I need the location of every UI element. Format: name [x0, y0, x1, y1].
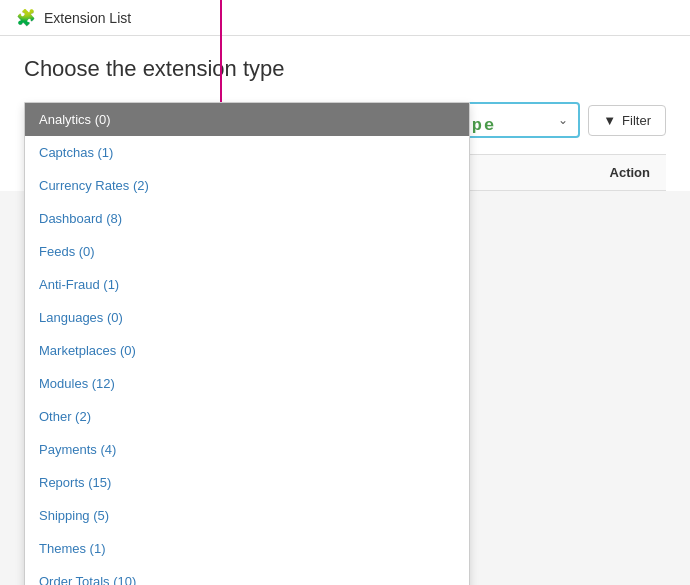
top-bar: 🧩 Extension List [0, 0, 690, 36]
dropdown-menu: Analytics (0)Captchas (1)Currency Rates … [24, 102, 470, 585]
dropdown-item[interactable]: Themes (1) [25, 532, 469, 565]
filter-button[interactable]: ▼ Filter [588, 105, 666, 136]
dropdown-item[interactable]: Order Totals (10) [25, 565, 469, 585]
dropdown-item[interactable]: Captchas (1) [25, 136, 469, 169]
dropdown-item[interactable]: Languages (0) [25, 301, 469, 334]
dropdown-item[interactable]: Analytics (0) [25, 103, 469, 136]
dropdown-item[interactable]: Payments (4) [25, 433, 469, 466]
select-wrapper: Analytics (0)Captchas (1)Currency Rates … [24, 102, 580, 138]
filter-button-label: Filter [622, 113, 651, 128]
dropdown-item[interactable]: Anti-Fraud (1) [25, 268, 469, 301]
main-content: Choose the extension type Analytics (0)C… [0, 36, 690, 191]
col-header-action: Action [556, 155, 666, 190]
dropdown-item[interactable]: Feeds (0) [25, 235, 469, 268]
dropdown-item[interactable]: Marketplaces (0) [25, 334, 469, 367]
page-title: Choose the extension type [24, 56, 666, 82]
dropdown-item[interactable]: Shipping (5) [25, 499, 469, 532]
dropdown-item[interactable]: Other (2) [25, 400, 469, 433]
dropdown-item[interactable]: Reports (15) [25, 466, 469, 499]
dropdown-item[interactable]: Dashboard (8) [25, 202, 469, 235]
dropdown-item[interactable]: Currency Rates (2) [25, 169, 469, 202]
dropdown-item[interactable]: Modules (12) [25, 367, 469, 400]
select-row: Analytics (0)Captchas (1)Currency Rates … [24, 102, 666, 138]
filter-icon: ▼ [603, 113, 616, 128]
puzzle-icon: 🧩 [16, 8, 36, 27]
top-bar-title: Extension List [44, 10, 131, 26]
